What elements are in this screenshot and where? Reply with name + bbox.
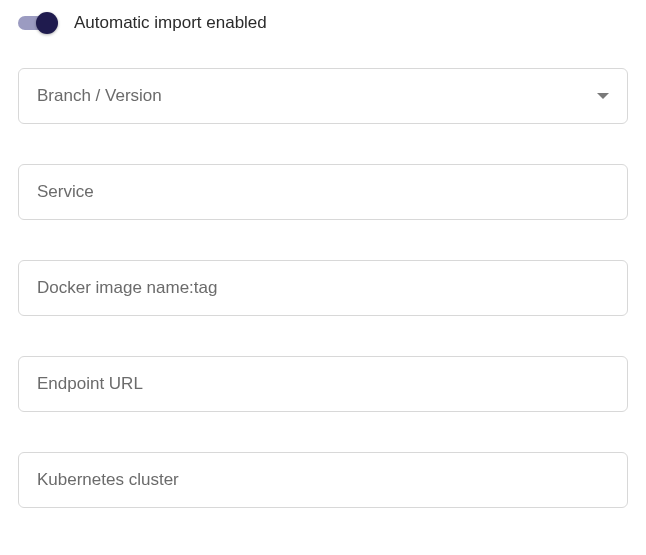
branch-version-select[interactable]: Branch / Version: [18, 68, 628, 124]
auto-import-label: Automatic import enabled: [74, 13, 267, 33]
service-input[interactable]: [37, 182, 609, 202]
service-field[interactable]: [18, 164, 628, 220]
docker-image-input[interactable]: [37, 278, 609, 298]
auto-import-toggle-row: Automatic import enabled: [18, 12, 628, 34]
docker-image-field[interactable]: [18, 260, 628, 316]
kubernetes-cluster-input[interactable]: [37, 470, 609, 490]
branch-version-label: Branch / Version: [37, 86, 162, 106]
toggle-thumb: [36, 12, 58, 34]
kubernetes-cluster-field[interactable]: [18, 452, 628, 508]
endpoint-url-input[interactable]: [37, 374, 609, 394]
chevron-down-icon: [597, 93, 609, 99]
endpoint-url-field[interactable]: [18, 356, 628, 412]
auto-import-toggle[interactable]: [18, 12, 58, 34]
